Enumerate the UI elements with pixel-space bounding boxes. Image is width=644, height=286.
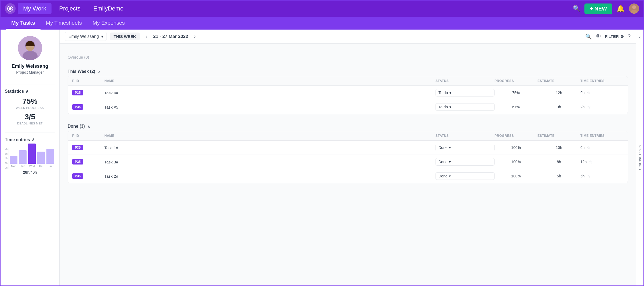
main-area: Emily Weissang Project Manager Statistic…	[1, 30, 643, 285]
right-sidebar: ‹ Starred Tasks	[636, 30, 643, 285]
time-entries-value: 6h	[580, 145, 585, 150]
user-selector-label: Emily Weissang	[68, 34, 99, 39]
center-area: Emily Weissang ▾ THIS WEEK ‹ 21 - 27 Mar…	[60, 30, 636, 285]
right-sidebar-arrow[interactable]: ‹	[639, 35, 641, 40]
this-week-count: (2)	[90, 69, 95, 74]
statistics-collapse-icon[interactable]: ∧	[25, 89, 29, 94]
done-section: Done (3) ∧ P-ID NAME STATUS PROGRESS EST…	[68, 121, 628, 183]
task-pid: P35	[72, 90, 104, 95]
status-chevron: ▾	[449, 145, 451, 150]
star-icon[interactable]: ☆	[587, 145, 591, 150]
this-week-table-header: P-ID NAME STATUS PROGRESS ESTIMATE TIME …	[68, 76, 628, 86]
status-select[interactable]: To-do ▾	[436, 103, 495, 111]
task-time-entries: 6h ☆	[580, 145, 623, 150]
sub-nav: My Tasks My Timesheets My Expenses	[1, 17, 643, 30]
user-selector[interactable]: Emily Weissang ▾	[65, 32, 107, 41]
toolbar-search-icon[interactable]: 🔍	[585, 33, 592, 40]
nav-tab-emily-demo[interactable]: EmilyDemo	[88, 3, 129, 14]
deadlines-met-block: 3/5 DEADLINES MET	[5, 113, 55, 125]
sidebar-avatar	[18, 36, 42, 60]
svg-point-3	[632, 5, 636, 9]
col-name-header-done: NAME	[104, 134, 436, 138]
status-select[interactable]: Done ▾	[436, 144, 495, 151]
prev-week-button[interactable]: ‹	[143, 32, 150, 41]
bar-mon: Mon	[10, 156, 17, 168]
sub-nav-tab-my-expenses[interactable]: My Expenses	[87, 17, 130, 30]
user-avatar[interactable]	[629, 3, 639, 14]
col-name-header: NAME	[104, 79, 436, 83]
done-header: Done (3) ∧	[68, 121, 628, 131]
bar-tue-fill	[19, 150, 27, 164]
time-total-value: 28h	[23, 170, 30, 174]
statistics-header: Statistics ∧	[5, 89, 55, 94]
done-title-text: Done	[68, 124, 78, 128]
task-time-entries: 2h ☆	[580, 105, 623, 110]
task-pid: P35	[72, 145, 104, 150]
statistics-label: Statistics	[5, 89, 24, 94]
status-chevron: ▾	[449, 91, 451, 95]
done-collapse-icon[interactable]: ∧	[87, 124, 90, 128]
week-progress-value: 75%	[5, 97, 55, 106]
table-row: P35 Task #5 To-do ▾ 67% 3h	[68, 100, 628, 114]
user-selector-chevron: ▾	[101, 34, 103, 39]
app-wrapper: My Work Projects EmilyDemo 🔍 + NEW 🔔	[0, 0, 644, 286]
task-estimate: 3h	[537, 105, 580, 109]
deadlines-met-label: DEADLINES MET	[5, 122, 55, 125]
date-range: 21 - 27 Mar 2022	[153, 34, 188, 39]
task-name: Task 3#	[104, 160, 436, 164]
divider-2	[5, 133, 55, 133]
done-table-header: P-ID NAME STATUS PROGRESS ESTIMATE TIME …	[68, 131, 628, 141]
this-week-title-text: This Week	[68, 69, 89, 74]
bar-mon-fill	[10, 156, 17, 164]
done-table: P-ID NAME STATUS PROGRESS ESTIMATE TIME …	[68, 131, 628, 183]
star-icon[interactable]: ☆	[587, 90, 591, 95]
bar-wed: Wed	[28, 144, 36, 168]
chart-wrapper: 8h 6h 4h 2h 0h Mon	[5, 148, 55, 169]
bar-fri-label: Fri	[49, 165, 52, 168]
bell-icon[interactable]: 🔔	[617, 5, 625, 12]
sub-nav-tab-my-tasks[interactable]: My Tasks	[6, 17, 41, 30]
toolbar-eye-icon[interactable]: 👁	[596, 33, 601, 40]
star-icon[interactable]: ☆	[587, 174, 591, 179]
filter-button[interactable]: FILTER ⚙	[605, 34, 624, 39]
task-name: Task 4#	[104, 91, 436, 95]
task-name: Task 1#	[104, 145, 436, 150]
task-estimate: 5h	[537, 174, 580, 178]
done-title: Done (3) ∧	[68, 124, 90, 128]
app-logo[interactable]	[5, 3, 16, 14]
task-estimate: 12h	[537, 91, 580, 95]
table-row: P35 Task 1# Done ▾ 100% 10h	[68, 141, 628, 155]
pid-badge: P35	[72, 145, 83, 150]
search-icon[interactable]: 🔍	[573, 5, 580, 12]
next-week-button[interactable]: ›	[191, 32, 198, 41]
nav-tab-my-work[interactable]: My Work	[18, 3, 52, 14]
nav-tab-projects[interactable]: Projects	[54, 3, 86, 14]
svg-point-1	[9, 7, 12, 10]
task-progress: 100%	[495, 174, 537, 178]
table-row: P35 Task 2# Done ▾ 100% 5h	[68, 169, 628, 183]
this-week-collapse-icon[interactable]: ∧	[98, 70, 101, 74]
avatar-img	[629, 3, 639, 14]
time-entries-chart: 8h 6h 4h 2h 0h Mon	[5, 148, 55, 174]
status-select[interactable]: Done ▾	[436, 172, 495, 180]
toolbar-help-icon[interactable]: ?	[628, 33, 631, 40]
status-select[interactable]: To-do ▾	[436, 89, 495, 96]
task-name: Task #5	[104, 105, 436, 109]
this-week-section: This Week (2) ∧ P-ID NAME STATUS PROGRES…	[68, 66, 628, 114]
status-value: Done	[438, 174, 447, 178]
main-content: Overdue (0) This Week (2) ∧ P-ID	[60, 44, 636, 285]
status-value: To-do	[438, 91, 448, 95]
col-timeentries-header: TIME ENTRIES	[580, 79, 623, 83]
star-icon[interactable]: ☆	[587, 105, 591, 110]
time-entries-collapse-icon[interactable]: ∧	[32, 137, 35, 142]
col-timeentries-header-done: TIME ENTRIES	[580, 134, 623, 138]
task-name: Task 2#	[104, 174, 436, 178]
status-value: Done	[438, 160, 447, 164]
sub-nav-tab-my-timesheets[interactable]: My Timesheets	[41, 17, 87, 30]
new-button[interactable]: + NEW	[584, 3, 612, 14]
week-button[interactable]: THIS WEEK	[110, 33, 140, 40]
status-select[interactable]: Done ▾	[436, 158, 495, 166]
star-icon[interactable]: ☆	[589, 159, 592, 165]
task-pid: P35	[72, 173, 104, 179]
filter-icon: ⚙	[620, 34, 624, 39]
